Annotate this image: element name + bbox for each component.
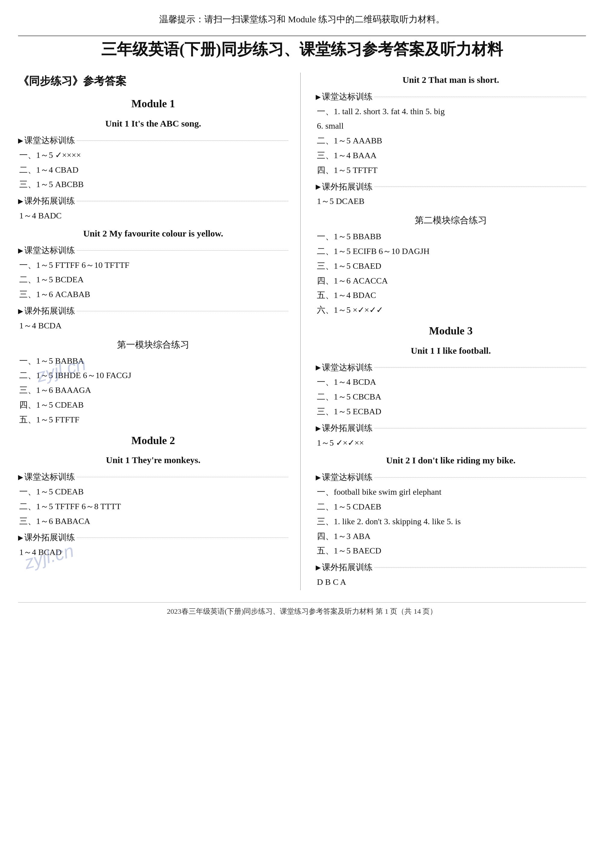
unit1-ans-2: 二、1～4 CBAD (18, 163, 288, 177)
module1-title: Module 1 (18, 95, 288, 113)
composite2-ans-5: 五、1～4 BDAC (316, 288, 586, 302)
unit1-m3-title: Unit 1 I like football. (316, 344, 586, 358)
unit1-m3-ans-1: 一、1～4 BCDA (316, 375, 586, 389)
unit2-m3-ans-3: 三、1. like 2. don't 3. skipping 4. like 5… (316, 515, 586, 529)
unit2-m3-ans-2: 二、1～5 CDAEB (316, 500, 586, 514)
unit2-ans-3: 三、1～6 ACABAB (18, 288, 288, 301)
unit3-classroom-label: 课堂达标训练 (18, 470, 288, 484)
notice-bar: 温馨提示：请扫一扫课堂练习和 Module 练习中的二维码获取听力材料。 (18, 12, 586, 26)
unit1-classroom-label: 课堂达标训练 (18, 134, 288, 147)
unit1-extra-label: 课外拓展训练 (18, 194, 288, 208)
module3-title: Module 3 (316, 322, 586, 340)
unit1-title: Unit 1 It's the ABC song. (18, 116, 288, 131)
unit2-m3-classroom-label: 课堂达标训练 (316, 471, 586, 484)
unit3-title: Unit 1 They're monkeys. (18, 453, 288, 467)
unit2-m3-extra-ans-1: D B C A (316, 575, 586, 589)
composite1-title: 第一模块综合练习 (18, 338, 288, 352)
composite2-ans-6: 六、1～5 ×✓×✓✓ (316, 304, 586, 317)
unit1-m3-ans-2: 二、1～5 CBCBA (316, 390, 586, 404)
right-column: Unit 2 That man is short. 课堂达标训练 一、1. ta… (313, 73, 586, 590)
unit1-m3-ans-3: 三、1～5 ECBAD (316, 405, 586, 418)
unit2-m3-ans-4: 四、1～3 ABA (316, 530, 586, 543)
right-unit2-m2-extra-ans-1: 1～5 DCAEB (316, 195, 586, 208)
left-column: 《同步练习》参考答案 Module 1 Unit 1 It's the ABC … (18, 73, 301, 590)
unit1-extra-ans-1: 1～4 BADC (18, 209, 288, 223)
composite1-ans-4: 四、1～5 CDEAB (18, 398, 288, 412)
main-title: 三年级英语(下册)同步练习、课堂练习参考答案及听力材料 (18, 39, 586, 60)
module2-title: Module 2 (18, 432, 288, 450)
unit1-m3-classroom-label: 课堂达标训练 (316, 361, 586, 375)
unit1-m3-extra-label: 课外拓展训练 (316, 422, 586, 435)
unit2-ans-1: 一、1～5 FTTFF 6～10 TFTTF (18, 259, 288, 272)
right-unit2-m2-extra-label: 课外拓展训练 (316, 180, 586, 194)
right-unit2-m2-ans-1b: 6. small (316, 119, 586, 133)
unit1-m3-extra-ans-1: 1～5 ✓×✓×× (316, 436, 586, 450)
unit2-m3-ans-5: 五、1～5 BAECD (316, 544, 586, 558)
page-footer: 2023春三年级英语(下册)同步练习、课堂练习参考答案及听力材料 第 1 页（共… (18, 602, 586, 617)
right-unit2-m2-ans-3: 三、1～4 BAAA (316, 149, 586, 163)
unit2-m3-title: Unit 2 I don't like riding my bike. (316, 453, 586, 468)
right-unit2-m2-ans-4: 四、1～5 TFTFT (316, 164, 586, 177)
unit3-ans-1: 一、1～5 CDEAB (18, 485, 288, 499)
right-unit2-m2-classroom-label: 课堂达标训练 (316, 90, 586, 104)
right-unit2-m2-ans-2: 二、1～5 AAABB (316, 134, 586, 148)
composite2-title: 第二模块综合练习 (316, 213, 586, 228)
unit3-extra-label: 课外拓展训练 (18, 531, 288, 544)
content-wrapper: 《同步练习》参考答案 Module 1 Unit 1 It's the ABC … (18, 73, 586, 590)
composite1-ans-2: 二、1～5 IBHDE 6～10 FACGJ (18, 369, 288, 382)
unit2-ans-2: 二、1～5 BCDEA (18, 273, 288, 287)
unit3-ans-2: 二、1～5 TFTFF 6～8 TTTT (18, 500, 288, 513)
composite2-ans-3: 三、1～5 CBAED (316, 259, 586, 273)
unit2-classroom-label: 课堂达标训练 (18, 244, 288, 257)
unit1-ans-1: 一、1～5 ✓×××× (18, 149, 288, 162)
left-section-header: 《同步练习》参考答案 (18, 73, 288, 90)
composite2-ans-4: 四、1～6 ACACCA (316, 274, 586, 288)
composite1-ans-3: 三、1～6 BAAAGA (18, 384, 288, 397)
unit2-extra-ans-1: 1～4 BCDA (18, 319, 288, 333)
unit1-ans-3: 三、1～5 ABCBB (18, 178, 288, 191)
composite2-ans-2: 二、1～5 ECIFB 6～10 DAGJH (316, 245, 586, 258)
composite1-ans-1: 一、1～5 BABBA (18, 354, 288, 368)
right-unit2-m2-ans-1: 一、1. tall 2. short 3. fat 4. thin 5. big (316, 105, 586, 118)
unit2-title: Unit 2 My favourite colour is yellow. (18, 226, 288, 241)
unit2-extra-label: 课外拓展训练 (18, 304, 288, 318)
right-unit2-m2-title: Unit 2 That man is short. (316, 73, 586, 87)
composite2-ans-1: 一、1～5 BBABB (316, 230, 586, 243)
composite1-ans-5: 五、1～5 FTFTF (18, 413, 288, 426)
unit3-ans-3: 三、1～6 BABACA (18, 515, 288, 528)
unit3-extra-ans-1: 1～4 BCAD (18, 546, 288, 559)
unit2-m3-ans-1: 一、football bike swim girl elephant (316, 485, 586, 499)
top-divider (18, 36, 586, 36)
unit2-m3-extra-label: 课外拓展训练 (316, 561, 586, 574)
